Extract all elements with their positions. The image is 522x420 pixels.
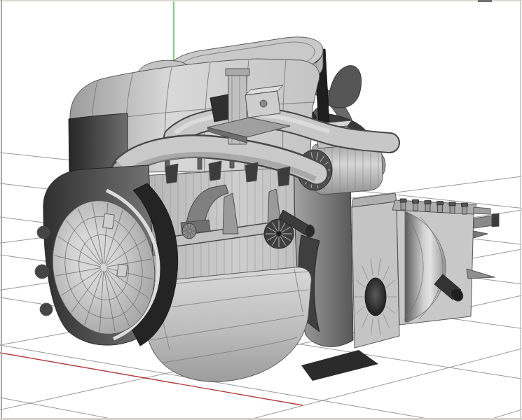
viewport-border-notch: [478, 0, 492, 2]
front-bump: [35, 265, 49, 279]
viewport-border-top: [0, 0, 522, 1]
oil-filler-cap: [305, 225, 315, 237]
bell-flange-plate[interactable]: [352, 202, 399, 348]
disc-stud: [117, 264, 128, 277]
water-pump-hub: [276, 231, 282, 237]
bell-housing-hole[interactable]: [365, 278, 386, 316]
manifold-bracket: [245, 162, 258, 182]
scene-canvas[interactable]: [0, 0, 522, 420]
carburetor-top: [226, 69, 249, 76]
shaft-stub: [474, 231, 488, 238]
fan-blade[interactable]: [328, 66, 362, 108]
bell-housing[interactable]: [352, 193, 399, 348]
output-shaft-cap: [492, 214, 499, 227]
front-bump: [37, 226, 50, 239]
output-shaft[interactable]: [474, 216, 493, 228]
lower-shaft-spike[interactable]: [467, 269, 495, 279]
manifold-bracket: [165, 164, 178, 183]
viewport-border-left: [1, 0, 2, 420]
viewport-3d[interactable]: [0, 0, 522, 420]
gearbox[interactable]: [392, 199, 499, 325]
shaft-stub: [474, 207, 490, 214]
fuel-pump-knob: [260, 100, 267, 107]
engine-model[interactable]: [35, 37, 499, 382]
manifold-bracket: [209, 161, 221, 181]
manifold-bracket: [277, 167, 290, 186]
front-bump: [40, 303, 53, 316]
viewport-border-right: [520, 0, 521, 420]
block-stud: [198, 158, 202, 169]
disc-stud: [103, 214, 115, 229]
